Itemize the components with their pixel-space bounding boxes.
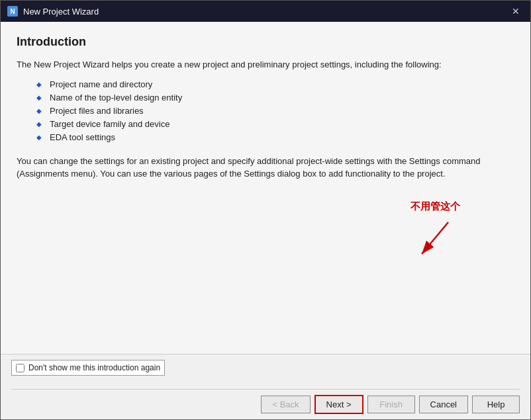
bullet-item: ◆Project files and libraries (36, 106, 514, 116)
bullet-diamond: ◆ (36, 81, 42, 88)
page-title: Introduction (17, 35, 514, 49)
annotation-container: 不用管这个 (409, 200, 461, 262)
dont-show-checkbox[interactable] (16, 364, 24, 372)
wizard-window: N New Project Wizard ✕ Introduction The … (0, 0, 531, 420)
finish-button[interactable]: Finish (367, 396, 415, 413)
dont-show-checkbox-label[interactable]: Don't show me this introduction again (11, 360, 165, 376)
bullet-text: EDA tool settings (50, 132, 115, 142)
bullet-text: Name of the top-level design entity (50, 93, 182, 103)
cancel-button[interactable]: Cancel (419, 396, 468, 413)
bullet-item: ◆Project name and directory (36, 79, 514, 89)
bullet-item: ◆Name of the top-level design entity (36, 93, 514, 103)
app-icon: N (7, 6, 18, 17)
bullet-text: Target device family and device (50, 119, 169, 129)
bullet-diamond: ◆ (36, 94, 42, 101)
bullet-item: ◆Target device family and device (36, 119, 514, 129)
description-text: You can change the settings for an exist… (17, 155, 514, 181)
window-title: New Project Wizard (23, 7, 508, 17)
close-button[interactable]: ✕ (508, 5, 524, 18)
svg-line-1 (422, 222, 448, 254)
bullet-list: ◆Project name and directory◆Name of the … (36, 79, 514, 146)
bullet-item: ◆EDA tool settings (36, 132, 514, 142)
content-area: Introduction The New Project Wizard help… (1, 22, 530, 354)
bullet-diamond: ◆ (36, 107, 42, 114)
bottom-bar: Don't show me this introduction again < … (1, 354, 530, 419)
next-button[interactable]: Next > (314, 395, 363, 414)
bullet-text: Project files and libraries (50, 106, 144, 116)
bullet-diamond: ◆ (36, 120, 42, 128)
bullet-diamond: ◆ (36, 134, 42, 141)
back-button[interactable]: < Back (261, 396, 310, 413)
title-bar: N New Project Wizard ✕ (1, 1, 530, 22)
button-row: < Back Next > Finish Cancel Help (11, 389, 520, 414)
help-button[interactable]: Help (472, 396, 520, 413)
bullet-text: Project name and directory (50, 79, 152, 89)
checkbox-label-text: Don't show me this introduction again (28, 363, 160, 372)
annotation-text: 不用管这个 (410, 200, 460, 213)
annotation-arrow (409, 216, 461, 262)
intro-text: The New Project Wizard helps you create … (17, 58, 514, 71)
middle-area: 不用管这个 (17, 181, 514, 344)
